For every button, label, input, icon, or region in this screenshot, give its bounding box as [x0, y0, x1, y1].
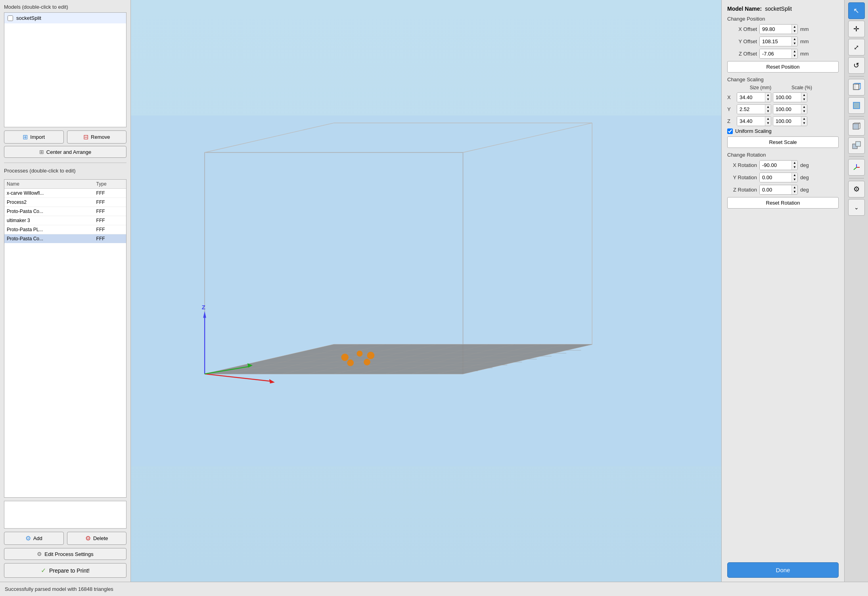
table-row[interactable]: Process2FFF [4, 198, 126, 207]
table-row[interactable]: Proto-Pasta PL...FFF [4, 225, 126, 234]
uniform-scaling-row: Uniform Scaling [727, 128, 839, 134]
scale-x-size-wrap: ▲ ▼ [737, 92, 771, 102]
import-button[interactable]: ⊞ Import [4, 130, 64, 144]
axis-view-button[interactable] [848, 159, 865, 176]
edit-process-settings-button[interactable]: ⚙ Edit Process Settings [4, 548, 126, 560]
scale-x-pct-down[interactable]: ▼ [801, 98, 807, 102]
scale-tool-button[interactable]: ⤢ [848, 39, 865, 56]
x-rotation-input-wrap: ▲ ▼ [759, 160, 798, 170]
z-rotation-down[interactable]: ▼ [792, 190, 797, 195]
scale-z-size-up[interactable]: ▲ [765, 117, 771, 121]
x-offset-up[interactable]: ▲ [792, 25, 797, 29]
y-offset-down[interactable]: ▼ [792, 42, 797, 46]
process-name-cell: Proto-Pasta PL... [4, 225, 94, 234]
scale-y-pct-input[interactable] [773, 105, 801, 114]
center-arrange-button[interactable]: ⊞ Center and Arrange [4, 146, 126, 158]
scale-x-label: X [727, 94, 735, 100]
x-offset-down[interactable]: ▼ [792, 29, 797, 34]
view-front-button[interactable] [848, 97, 865, 114]
scale-y-size-up[interactable]: ▲ [765, 105, 771, 109]
scale-y-pct-up[interactable]: ▲ [801, 105, 807, 109]
scale-x-pct-input[interactable] [773, 93, 801, 102]
processes-box: Name Type x-carve Willowfl...FFFProcess2… [4, 179, 126, 498]
processes-extra-box [4, 501, 126, 529]
scale-y-size-input[interactable] [737, 105, 765, 114]
prepare-icon: ✓ [41, 567, 46, 574]
y-offset-input[interactable] [760, 37, 791, 46]
z-offset-down[interactable]: ▼ [792, 54, 797, 59]
scale-z-pct-input[interactable] [773, 117, 801, 126]
z-offset-input[interactable] [760, 49, 791, 58]
x-rotation-label: X Rotation [727, 162, 757, 168]
prepare-to-print-button[interactable]: ✓ Prepare to Print! [4, 563, 126, 578]
scale-x-pct-up[interactable]: ▲ [801, 93, 807, 98]
add-button[interactable]: ⚙ Add [4, 532, 64, 545]
x-offset-input[interactable] [760, 25, 791, 34]
view-corner-button[interactable] [848, 137, 865, 154]
svg-rect-52 [853, 124, 858, 129]
view-3d-button[interactable] [848, 79, 865, 96]
import-remove-row: ⊞ Import ⊟ Remove [4, 130, 126, 144]
svg-point-32 [357, 351, 363, 356]
settings-button[interactable]: ⚙ [848, 181, 865, 197]
rotate-tool-button[interactable]: ↺ [848, 57, 865, 74]
z-rotation-input-wrap: ▲ ▼ [759, 185, 798, 195]
edit-process-icon: ⚙ [37, 551, 42, 557]
table-row[interactable]: ultimaker 3FFF [4, 216, 126, 225]
z-rotation-input[interactable] [760, 185, 791, 194]
y-offset-up[interactable]: ▲ [792, 37, 797, 42]
scale-x-pct-spinners: ▲ ▼ [801, 93, 807, 102]
move-tool-button[interactable]: ✛ [848, 21, 865, 37]
y-rotation-row: Y Rotation ▲ ▼ deg [727, 172, 839, 182]
change-scaling-title: Change Scaling [727, 77, 839, 82]
svg-text:Z: Z [202, 304, 205, 310]
reset-scale-button[interactable]: Reset Scale [727, 136, 839, 148]
scale-z-pct-up[interactable]: ▲ [801, 117, 807, 121]
reset-position-button[interactable]: Reset Position [727, 61, 839, 73]
uniform-scaling-checkbox[interactable] [727, 128, 733, 134]
reset-rotation-button[interactable]: Reset Rotation [727, 197, 839, 209]
models-title: Models (double-click to edit) [4, 4, 126, 10]
scale-y-pct-down[interactable]: ▼ [801, 109, 807, 114]
remove-button[interactable]: ⊟ Remove [67, 130, 127, 144]
select-tool-button[interactable]: ↖ [848, 2, 865, 19]
x-rotation-up[interactable]: ▲ [792, 161, 797, 165]
table-row[interactable]: x-carve Willowfl...FFF [4, 189, 126, 198]
import-icon: ⊞ [23, 133, 28, 141]
expand-button[interactable]: ⌄ [848, 199, 865, 216]
y-rotation-down[interactable]: ▼ [792, 178, 797, 182]
size-col-header: Size (mm) [741, 85, 780, 90]
scale-z-pct-down[interactable]: ▼ [801, 121, 807, 126]
model-item[interactable]: socketSplit [4, 13, 126, 23]
delete-button[interactable]: ⚙ Delete [67, 532, 127, 545]
z-offset-up[interactable]: ▲ [792, 49, 797, 54]
scale-z-size-down[interactable]: ▼ [765, 121, 771, 126]
x-rotation-down[interactable]: ▼ [792, 165, 797, 170]
z-rotation-up[interactable]: ▲ [792, 185, 797, 190]
scale-y-size-down[interactable]: ▼ [765, 109, 771, 114]
done-button[interactable]: Done [727, 562, 839, 578]
y-rotation-up[interactable]: ▲ [792, 173, 797, 178]
model-checkbox[interactable] [8, 15, 13, 21]
view-iso-button[interactable] [848, 119, 865, 136]
scale-x-size-down[interactable]: ▼ [765, 98, 771, 102]
y-rotation-unit: deg [800, 174, 811, 180]
viewport[interactable]: Z [131, 0, 721, 582]
x-offset-label: X Offset [727, 26, 757, 32]
scale-z-size-input[interactable] [737, 117, 765, 126]
y-rotation-input[interactable] [760, 173, 791, 182]
table-row[interactable]: Proto-Pasta Co...FFF [4, 234, 126, 243]
view-front-icon [852, 101, 861, 110]
viewport-canvas: Z [131, 0, 721, 582]
change-scaling-section: Change Scaling Size (mm) Scale (%) X ▲ ▼ [727, 77, 839, 148]
svg-point-34 [347, 360, 354, 366]
x-rotation-input[interactable] [760, 161, 791, 170]
y-offset-label: Y Offset [727, 38, 757, 44]
table-row[interactable]: Proto-Pasta Co...FFF [4, 207, 126, 216]
scale-x-size-up[interactable]: ▲ [765, 93, 771, 98]
scale-z-row: Z ▲ ▼ ▲ ▼ [727, 116, 839, 126]
scale-z-pct-spinners: ▲ ▼ [801, 117, 807, 126]
scale-x-size-input[interactable] [737, 93, 765, 102]
svg-point-35 [364, 359, 370, 366]
scale-y-size-spinners: ▲ ▼ [765, 105, 771, 114]
